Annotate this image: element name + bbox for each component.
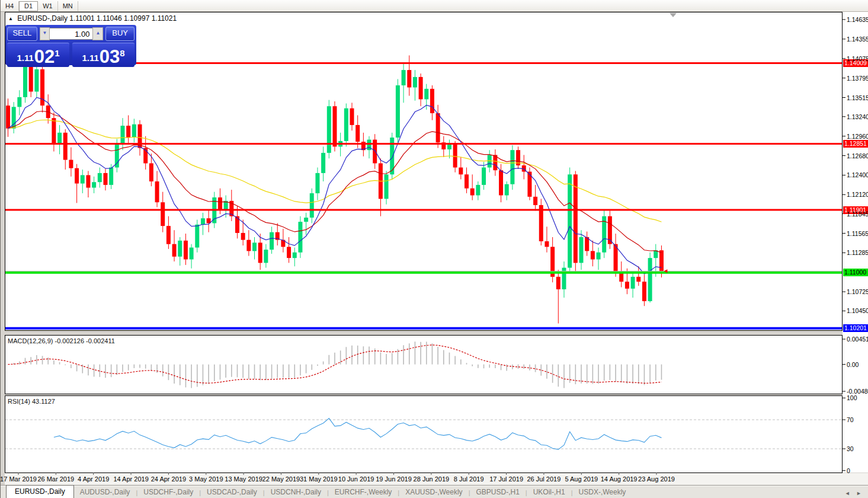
date-label-12: 8 Jul 2019 — [454, 475, 484, 483]
sell-price-small: 1.11 — [17, 50, 33, 66]
price-tick-1.10450: 1.10450 — [847, 307, 868, 314]
rsi-tick-100: 100 — [847, 394, 857, 401]
level-price-label-1.12851: 1.12851 — [843, 140, 868, 148]
price-tick-1.13795: 1.13795 — [847, 75, 868, 82]
symbol-tab-eurusd-daily[interactable]: EURUSD-,Daily — [6, 485, 74, 498]
volume-decrease-button[interactable]: ▼ — [40, 27, 50, 40]
sell-button[interactable]: SELL — [7, 27, 37, 41]
sell-price-box[interactable]: 1.11 02 1 — [7, 43, 69, 67]
sell-price-sup: 1 — [55, 49, 59, 58]
rsi-pane[interactable] — [5, 395, 843, 473]
symbol-tab-eurchf-weekly[interactable]: EURCHF-,Weekly — [329, 486, 398, 498]
date-label-6: 13 May 2019 — [225, 475, 262, 483]
price-tick-1.12960: 1.12960 — [847, 133, 868, 140]
rsi-tick-0: 0 — [847, 467, 850, 474]
buy-price-big: 03 — [100, 48, 120, 66]
date-label-14: 26 Jul 2019 — [527, 475, 560, 483]
price-tick-1.11285: 1.11285 — [847, 249, 868, 256]
macd-tick--0.004806: -0.004806 — [847, 388, 868, 395]
date-label-5: 3 May 2019 — [189, 475, 223, 483]
date-label-8: 31 May 2019 — [300, 475, 338, 483]
price-tick-1.14355: 1.14355 — [847, 36, 868, 43]
sell-price-big: 02 — [34, 48, 55, 66]
symbol-tab-gbpusd-h1[interactable]: GBPUSD-,H1 — [470, 486, 525, 498]
one-click-trading-panel: SELL ▼ ▲ BUY 1.11 02 1 1.11 03 8 — [5, 25, 136, 65]
timeframe-button-w1[interactable]: W1 — [38, 1, 58, 11]
tabs-scroll-right-icon[interactable]: ► — [854, 490, 864, 496]
date-label-7: 22 May 2019 — [262, 475, 300, 483]
macd-pane[interactable] — [5, 335, 843, 394]
timeframe-button-mn[interactable]: MN — [58, 1, 78, 11]
rsi-label: RSI(14) 43.1127 — [8, 398, 55, 405]
price-tick-1.12120: 1.12120 — [847, 191, 868, 198]
symbol-tab-xauusd-weekly[interactable]: XAUUSD-,Weekly — [399, 486, 468, 498]
rsi-name: RSI(14) — [8, 398, 30, 405]
tabs-scroll-left-icon[interactable]: ◄ — [843, 490, 853, 496]
date-label-11: 28 Jun 2019 — [414, 475, 450, 483]
date-label-1: 26 Mar 2019 — [37, 475, 74, 483]
date-label-2: 4 Apr 2019 — [78, 475, 109, 483]
timeframe-buttons: H4D1W1MN — [1, 0, 868, 11]
chart-symbol-label: EURUSD-,Daily — [17, 14, 68, 23]
price-tick-1.12680: 1.12680 — [847, 152, 868, 159]
timeframe-toolbar: H4D1W1MN — [1, 0, 868, 12]
volume-increase-button[interactable]: ▲ — [92, 27, 103, 40]
symbol-tab-ukoil-h1[interactable]: UKOil-,H1 — [527, 486, 571, 498]
price-tick-1.13515: 1.13515 — [847, 94, 868, 101]
symbol-tab-usdchf-daily[interactable]: USDCHF-,Daily — [137, 486, 199, 498]
buy-price-sup: 8 — [120, 49, 124, 58]
price-tick-1.14075: 1.14075 — [847, 55, 868, 62]
price-tick-1.12400: 1.12400 — [847, 171, 868, 178]
chart-ohlc-values: 1.11001 1.11046 1.10997 1.11021 — [69, 14, 177, 23]
date-label-15: 5 Aug 2019 — [565, 475, 598, 483]
price-tick-1.13240: 1.13240 — [847, 113, 868, 120]
macd-tick-0.00: 0.00 — [847, 361, 859, 368]
macd-values: -0.002126 -0.002411 — [55, 337, 114, 344]
rsi-tick-30: 30 — [847, 445, 854, 452]
panel-toggle-icon[interactable]: ▲ — [8, 16, 13, 21]
date-label-13: 17 Jul 2019 — [489, 475, 523, 483]
date-label-10: 19 Jun 2019 — [376, 475, 412, 483]
buy-button[interactable]: BUY — [105, 27, 134, 41]
level-price-label-1.10201: 1.10201 — [843, 324, 868, 332]
buy-price-box[interactable]: 1.11 03 8 — [72, 43, 134, 67]
symbol-tabs: EURUSD-,DailyAUDUSD-,Daily|USDCHF-,Daily… — [6, 485, 843, 498]
chart-header: ▲ EURUSD-,Daily 1.11001 1.11046 1.10997 … — [8, 14, 177, 23]
date-label-0: 17 Mar 2019 — [0, 475, 37, 483]
macd-tick-0.004517: 0.004517 — [847, 336, 868, 343]
rsi-value: 43.1127 — [32, 398, 55, 405]
date-label-3: 14 Apr 2019 — [113, 475, 148, 483]
symbol-tab-usdcad-daily[interactable]: USDCAD-,Daily — [201, 486, 263, 498]
level-price-label-1.11000: 1.11000 — [843, 269, 868, 276]
rsi-tick-70: 70 — [847, 416, 854, 423]
mt4-terminal-window: { "toolbar": {"timeframes": [ {"label": … — [0, 0, 868, 498]
volume-input[interactable] — [50, 28, 92, 40]
date-label-17: 23 Aug 2019 — [638, 475, 675, 483]
date-label-4: 24 Apr 2019 — [151, 475, 186, 483]
symbol-tab-bar: EURUSD-,DailyAUDUSD-,Daily|USDCHF-,Daily… — [1, 485, 868, 498]
price-tick-1.11845: 1.11845 — [847, 210, 868, 218]
buy-price-small: 1.11 — [82, 50, 98, 66]
price-tick-1.11565: 1.11565 — [847, 230, 868, 237]
date-label-16: 14 Aug 2019 — [601, 475, 638, 483]
symbol-tab-audusd-daily[interactable]: AUDUSD-,Daily — [74, 486, 136, 498]
symbol-tab-usdx-weekly[interactable]: USDX-,Weekly — [573, 486, 632, 498]
date-label-9: 10 Jun 2019 — [338, 475, 374, 483]
macd-label: MACD(12,26,9) -0.002126 -0.002411 — [8, 337, 115, 344]
macd-name: MACD(12,26,9) — [8, 337, 53, 344]
timeframe-button-d1[interactable]: D1 — [19, 1, 38, 11]
price-tick-1.10725: 1.10725 — [847, 288, 868, 295]
timeframe-button-h4[interactable]: H4 — [1, 1, 19, 11]
tab-scroll-arrows: ◄ ► — [843, 490, 864, 496]
symbol-tab-usdcnh-daily[interactable]: USDCNH-,Daily — [265, 486, 327, 498]
price-tick-1.14635: 1.14635 — [847, 16, 868, 23]
